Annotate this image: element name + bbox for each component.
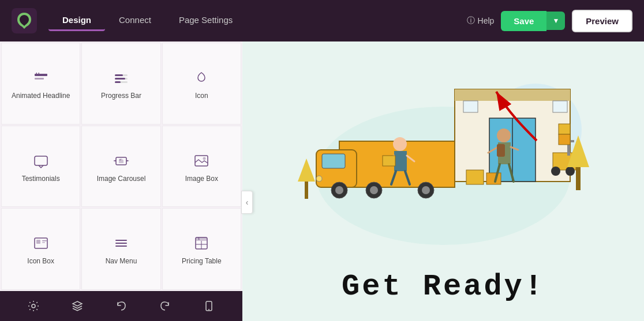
svg-rect-63 [383,156,395,166]
svg-rect-73 [305,182,308,199]
save-button[interactable]: Save [501,11,546,31]
widget-icon[interactable]: Icon [162,43,241,124]
save-btn-group: Save ▼ [501,11,565,31]
testimonials-icon [32,152,50,170]
widget-image-carousel[interactable]: Image Carousel [81,126,160,207]
svg-rect-17 [42,240,47,241]
help-label: Help [478,16,495,25]
widgets-grid: H Animated Headline Prog [0,41,242,291]
nav-links: Design Connect Page Settings [48,10,467,31]
svg-point-42 [566,167,575,176]
svg-point-29 [208,309,209,310]
svg-point-64 [497,129,511,142]
nav-menu-label: Nav Menu [106,257,137,266]
image-carousel-icon [112,152,130,170]
help-circle-icon: ⓘ [467,16,475,26]
icon-label: Icon [195,92,208,101]
svg-marker-74 [298,158,315,182]
sidebar-collapse-handle[interactable]: ‹ [241,191,253,214]
icon-widget-icon [192,69,211,87]
progress-bar-label: Progress Bar [101,92,141,101]
svg-text:$: $ [198,237,200,240]
svg-point-14 [203,157,206,160]
nav-connect[interactable]: Connect [105,10,165,31]
svg-rect-9 [115,81,121,83]
svg-text:H: H [36,71,40,77]
mobile-icon[interactable] [199,296,219,316]
svg-point-48 [316,176,322,182]
sidebar: H Animated Headline Prog [0,41,242,321]
nav-right: ⓘ Help Save ▼ Preview [467,10,632,32]
preview-button[interactable]: Preview [572,10,632,32]
svg-point-12 [119,158,121,160]
nav-page-settings[interactable]: Page Settings [165,10,246,31]
icon-box-icon [32,234,50,252]
svg-point-41 [551,167,560,176]
svg-rect-5 [115,74,123,76]
svg-rect-10 [35,156,47,165]
svg-rect-16 [36,240,40,244]
nav-design[interactable]: Design [48,10,105,31]
svg-rect-7 [115,78,125,80]
svg-rect-47 [322,154,345,168]
widget-nav-menu[interactable]: Nav Menu [81,208,160,290]
svg-point-54 [422,186,430,194]
svg-rect-19 [115,240,127,241]
nav-menu-icon [112,234,130,252]
animated-headline-label: Animated Headline [12,92,70,101]
svg-point-57 [393,137,407,151]
testimonials-label: Testimonials [22,175,60,184]
canvas-illustration [242,41,644,263]
svg-rect-33 [455,89,570,101]
top-nav: Design Connect Page Settings ⓘ Help Save… [0,0,644,41]
pricing-table-icon: $ [192,234,211,252]
svg-point-27 [32,304,35,308]
widget-testimonials[interactable]: Testimonials [1,126,80,207]
svg-rect-58 [394,151,407,171]
svg-rect-55 [466,170,484,184]
svg-rect-56 [486,173,501,184]
icon-box-label: Icon Box [27,257,54,266]
svg-rect-37 [553,101,567,112]
svg-rect-71 [576,167,581,190]
svg-rect-21 [115,246,127,247]
widget-pricing-table[interactable]: $ Pricing Table [162,208,241,290]
progress-bar-icon [112,69,130,87]
svg-rect-36 [463,101,478,112]
chevron-left-icon: ‹ [246,198,249,207]
svg-rect-70 [497,144,505,157]
widget-icon-box[interactable]: Icon Box [1,208,80,290]
logo[interactable] [12,8,37,33]
svg-rect-20 [115,243,127,244]
save-dropdown-button[interactable]: ▼ [546,12,565,30]
layers-icon[interactable] [67,296,88,316]
undo-icon[interactable] [111,296,132,316]
svg-rect-44 [559,134,570,145]
svg-rect-23 [196,237,207,241]
bottom-toolbar [0,291,242,321]
widget-progress-bar[interactable]: Progress Bar [81,43,160,124]
svg-rect-43 [559,124,570,134]
redo-icon[interactable] [155,296,175,316]
svg-point-52 [370,186,378,194]
image-box-icon [192,152,211,170]
main-content: H Animated Headline Prog [0,41,644,321]
image-box-label: Image Box [185,175,218,184]
widget-animated-headline[interactable]: H Animated Headline [1,43,80,124]
widget-image-box[interactable]: Image Box [162,126,241,207]
svg-rect-18 [42,242,45,243]
svg-point-50 [335,186,343,194]
animated-headline-icon: H [32,69,50,87]
image-carousel-label: Image Carousel [97,175,146,184]
pricing-table-label: Pricing Table [182,257,221,266]
settings-icon[interactable] [23,296,44,316]
canvas-headline: Get Ready! [242,270,644,304]
help-button[interactable]: ⓘ Help [467,16,495,26]
svg-rect-2 [35,78,44,80]
canvas-area: Get Ready! [242,41,644,321]
